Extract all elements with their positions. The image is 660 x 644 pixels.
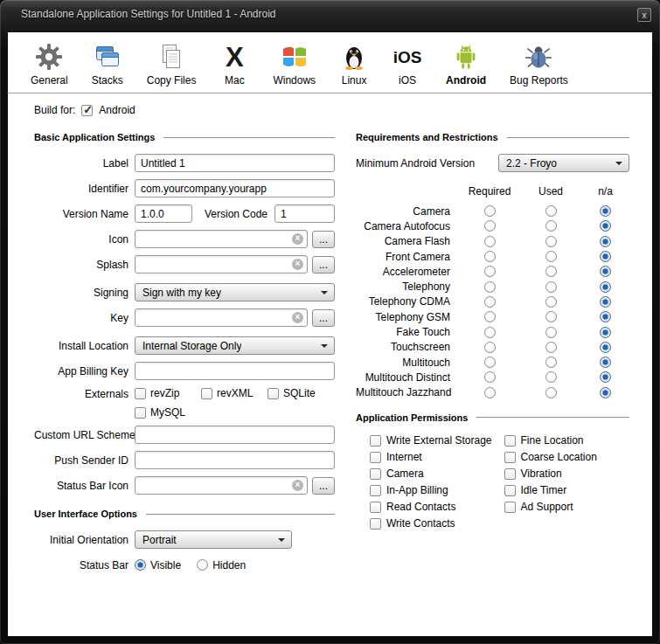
permission-item[interactable]: Idle Timer [504, 484, 630, 497]
external-mysql-option[interactable]: MySQL [135, 406, 201, 419]
external-sqlite-option[interactable]: SQLite [267, 387, 334, 399]
requirement-radio-na[interactable] [600, 311, 611, 322]
permission-checkbox[interactable] [370, 502, 381, 513]
clear-icon[interactable] [292, 312, 303, 323]
permission-item[interactable]: Coarse Location [504, 451, 630, 464]
custom-url-scheme-input[interactable] [135, 426, 335, 444]
external-revxml-option[interactable]: revXML [201, 387, 267, 399]
requirement-radio-required[interactable] [484, 266, 496, 277]
requirement-radio-required[interactable] [484, 387, 496, 398]
toolbar-item-general[interactable]: General [31, 42, 68, 87]
build-for-android-checkbox[interactable] [81, 105, 93, 116]
permission-item[interactable]: Write Contacts [370, 517, 496, 530]
requirement-radio-used[interactable] [545, 220, 557, 232]
permission-checkbox[interactable] [370, 452, 381, 463]
version-code-input[interactable] [274, 204, 335, 223]
splash-input[interactable] [135, 255, 308, 274]
install-location-dropdown[interactable]: Internal Storage Only [135, 336, 335, 355]
requirement-radio-used[interactable] [545, 296, 557, 308]
sqlite-checkbox[interactable] [267, 388, 279, 399]
toolbar-item-windows[interactable]: Windows [273, 42, 316, 87]
icon-input[interactable] [135, 230, 308, 248]
external-revzip-option[interactable]: revZip [135, 387, 201, 399]
app-billing-key-input[interactable] [135, 362, 335, 380]
status-bar-visible-radio[interactable] [135, 559, 146, 571]
permission-item[interactable]: Internet [370, 451, 496, 464]
permission-item[interactable]: Read Contacts [370, 501, 496, 514]
requirement-radio-used[interactable] [545, 342, 557, 353]
permission-checkbox[interactable] [370, 485, 381, 496]
requirement-radio-required[interactable] [484, 281, 496, 293]
requirement-radio-na[interactable] [600, 220, 611, 232]
permission-checkbox[interactable] [504, 468, 516, 480]
identifier-input[interactable] [135, 179, 335, 197]
icon-browse-button[interactable]: ... [312, 231, 335, 248]
requirement-radio-required[interactable] [484, 220, 496, 232]
key-input[interactable] [135, 308, 308, 327]
requirement-radio-used[interactable] [545, 387, 557, 398]
initial-orientation-dropdown[interactable]: Portrait [135, 530, 292, 549]
requirement-radio-na[interactable] [600, 236, 611, 247]
requirement-radio-used[interactable] [545, 357, 557, 368]
close-button[interactable]: x [637, 8, 651, 22]
permission-item[interactable]: Ad Support [504, 501, 630, 514]
permission-checkbox[interactable] [504, 452, 516, 463]
permission-item[interactable]: Vibration [504, 467, 630, 481]
toolbar-item-stacks[interactable]: Stacks [92, 42, 123, 87]
requirement-radio-required[interactable] [484, 251, 496, 262]
revzip-checkbox[interactable] [135, 388, 146, 399]
status-bar-visible-option[interactable]: Visible [135, 559, 181, 571]
requirement-radio-na[interactable] [600, 357, 611, 368]
requirement-radio-na[interactable] [600, 387, 611, 398]
permission-checkbox[interactable] [504, 502, 516, 513]
toolbar-item-android[interactable]: Android [446, 42, 486, 87]
toolbar-item-ios[interactable]: iOS iOS [393, 42, 422, 87]
permission-checkbox[interactable] [370, 435, 381, 447]
toolbar-item-mac[interactable]: X Mac [219, 42, 249, 87]
requirement-radio-used[interactable] [545, 281, 557, 293]
requirement-radio-used[interactable] [545, 371, 557, 383]
permission-item[interactable]: In-App Billing [370, 484, 496, 497]
clear-icon[interactable] [292, 259, 303, 270]
toolbar-item-bug-reports[interactable]: Bug Reports [510, 42, 568, 87]
status-bar-icon-browse-button[interactable]: ... [312, 477, 335, 495]
toolbar-item-copy-files[interactable]: Copy Files [147, 42, 197, 87]
status-bar-hidden-option[interactable]: Hidden [197, 559, 246, 571]
permission-item[interactable]: Fine Location [504, 434, 630, 447]
permission-checkbox[interactable] [370, 468, 381, 480]
revxml-checkbox[interactable] [201, 388, 212, 399]
permission-checkbox[interactable] [504, 435, 516, 447]
requirement-radio-used[interactable] [545, 205, 557, 217]
requirement-radio-na[interactable] [600, 371, 611, 383]
requirement-radio-required[interactable] [484, 342, 496, 353]
requirement-radio-na[interactable] [600, 266, 611, 277]
requirement-radio-used[interactable] [545, 251, 557, 262]
titlebar[interactable]: Standalone Application Settings for Unti… [0, 0, 660, 32]
requirement-radio-required[interactable] [484, 371, 496, 383]
requirement-radio-used[interactable] [545, 311, 557, 322]
permission-checkbox[interactable] [370, 518, 381, 530]
requirement-radio-na[interactable] [600, 251, 611, 262]
permission-item[interactable]: Write External Storage [370, 434, 496, 447]
requirement-radio-required[interactable] [484, 205, 496, 217]
version-name-input[interactable] [135, 204, 192, 223]
mysql-checkbox[interactable] [135, 407, 146, 419]
requirement-radio-na[interactable] [600, 281, 611, 293]
requirement-radio-required[interactable] [484, 296, 496, 308]
requirement-radio-used[interactable] [545, 236, 557, 247]
permission-item[interactable]: Camera [370, 467, 496, 481]
requirement-radio-required[interactable] [484, 357, 496, 368]
push-sender-id-input[interactable] [135, 451, 335, 469]
requirement-radio-na[interactable] [600, 296, 611, 308]
toolbar-item-linux[interactable]: Linux [339, 42, 369, 87]
permission-checkbox[interactable] [504, 485, 516, 496]
signing-dropdown[interactable]: Sign with my key [135, 283, 335, 301]
requirement-radio-na[interactable] [600, 327, 611, 338]
label-input[interactable] [135, 154, 335, 172]
key-browse-button[interactable]: ... [312, 309, 335, 327]
status-bar-icon-input[interactable] [135, 476, 308, 495]
minimum-android-version-dropdown[interactable]: 2.2 - Froyo [498, 154, 629, 172]
requirement-radio-required[interactable] [484, 311, 496, 322]
requirement-radio-required[interactable] [484, 327, 496, 338]
requirement-radio-na[interactable] [600, 205, 611, 217]
